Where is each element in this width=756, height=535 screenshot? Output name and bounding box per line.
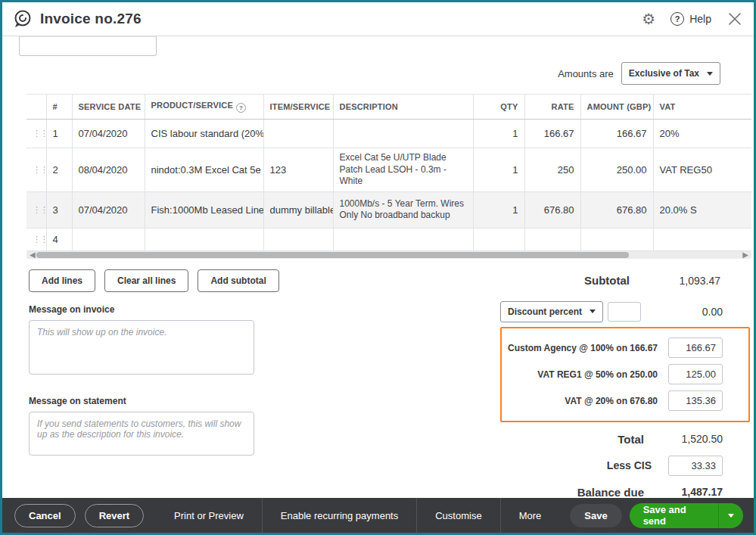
qty-cell[interactable] [473,228,524,250]
table-header-row: # SERVICE DATE PRODUCT/SERVICE? ITEM/SER… [26,95,751,120]
message-on-invoice-input[interactable] [29,320,254,375]
footer-links: Print or Preview Enable recurring paymen… [156,498,559,533]
discount-amount: 0.00 [702,306,750,318]
drag-handle-icon[interactable]: ⋮⋮ [26,191,46,228]
rate-cell[interactable]: 250 [524,148,580,192]
service-date-cell[interactable] [72,228,145,250]
qty-cell[interactable]: 1 [473,191,524,228]
less-cis-input[interactable] [668,456,723,476]
modal-header: Invoice no.276 ⚙ ? Help [2,2,754,36]
row-number: 1 [46,120,72,148]
row-number: 3 [46,191,72,228]
vat-cell[interactable] [653,228,751,250]
item-code-cell[interactable] [263,228,333,250]
table-row: ⋮⋮ 3 07/04/2020 Fish:1000Mb Leased Line … [26,191,751,228]
rate-cell[interactable] [524,228,580,250]
help-question-icon: ? [670,12,684,26]
cancel-button[interactable]: Cancel [14,504,76,527]
amount-cell[interactable]: 250.00 [580,148,653,192]
lower-section: Message on invoice Message on statement … [2,297,754,498]
product-cell[interactable]: nindot:0.3M Excel Cat 5e Cabl [145,148,263,192]
horizontal-scrollbar[interactable]: ◀ ▶ [26,251,751,259]
tax-line: VAT @ 20% on 676.80 [508,389,723,413]
table-row: ⋮⋮ 2 08/04/2020 nindot:0.3M Excel Cat 5e… [26,148,751,192]
row-number: 2 [46,148,72,192]
balance-due-value: 1,487.17 [661,486,723,498]
tax-lines-highlight-box: Custom Agency @ 100% on 166.67 VAT REG1 … [500,327,750,422]
line-items-table: # SERVICE DATE PRODUCT/SERVICE? ITEM/SER… [2,94,754,251]
vat-cell[interactable]: 20.0% S [653,191,751,228]
col-rate: RATE [524,95,580,120]
amount-cell[interactable] [580,228,653,250]
more-link[interactable]: More [500,498,560,533]
clear-all-lines-button[interactable]: Clear all lines [104,269,188,292]
total-row: Total 1,520.50 [500,427,750,452]
save-and-send-button[interactable]: Save and send [630,503,743,528]
item-code-cell[interactable]: 123 [263,148,333,192]
add-subtotal-button[interactable]: Add subtotal [198,269,278,292]
tax-line-amount-input[interactable] [668,364,723,384]
tax-line-label: VAT @ 20% on 676.80 [565,396,658,406]
tax-line-amount-input[interactable] [668,390,723,411]
tax-line-label: Custom Agency @ 100% on 166.67 [508,343,658,353]
drag-handle-icon[interactable]: ⋮⋮ [26,120,46,148]
less-cis-row: Less CIS [500,453,750,478]
top-band [2,36,754,56]
close-icon[interactable] [726,11,743,27]
qty-cell[interactable]: 1 [473,120,524,148]
service-date-cell[interactable]: 07/04/2020 [72,120,145,148]
save-options-dropdown[interactable] [718,503,743,528]
save-button[interactable]: Save [570,504,621,527]
service-date-cell[interactable]: 08/04/2020 [72,148,145,192]
description-cell[interactable] [333,228,473,250]
scroll-left-icon[interactable]: ◀ [30,251,36,259]
print-or-preview-link[interactable]: Print or Preview [156,498,262,533]
tax-line-amount-input[interactable] [668,337,723,358]
col-service-date: SERVICE DATE [72,95,145,120]
gear-icon[interactable]: ⚙ [642,11,655,26]
col-amount: AMOUNT (GBP) [580,95,653,120]
customise-link[interactable]: Customise [416,498,499,533]
tax-mode-select[interactable]: Exclusive of Tax [621,62,720,85]
add-lines-button[interactable]: Add lines [29,269,95,292]
description-cell[interactable] [333,120,473,148]
page-title: Invoice no.276 [40,11,142,27]
vat-cell[interactable]: 20% [653,120,751,148]
description-cell[interactable]: 1000Mb/s - 5 Year Term. Wires Only No br… [333,191,473,228]
help-label: Help [689,13,711,25]
message-on-statement-input[interactable] [29,412,254,456]
drag-handle-icon[interactable]: ⋮⋮ [26,148,46,192]
amount-cell[interactable]: 166.67 [580,120,653,148]
vat-cell[interactable]: VAT REG50 [653,148,751,192]
drag-handle-icon[interactable]: ⋮⋮ [26,228,46,250]
item-code-cell[interactable] [263,120,333,148]
discount-percent-input[interactable] [608,302,641,322]
total-value: 1,520.50 [661,433,723,445]
amounts-are-label: Amounts are [558,68,614,79]
product-help-icon[interactable]: ? [236,103,246,113]
discount-type-select[interactable]: Discount percent [500,301,603,322]
revert-button[interactable]: Revert [85,504,144,527]
service-date-cell[interactable]: 07/04/2020 [72,191,145,228]
product-cell[interactable] [145,228,263,250]
table-row: ⋮⋮ 1 07/04/2020 CIS labour standard (20%… [26,120,751,148]
chevron-down-icon [728,514,734,518]
amount-cell[interactable]: 676.80 [580,191,653,228]
qty-cell[interactable]: 1 [473,148,524,192]
save-and-send-label: Save and send [630,503,718,528]
rate-cell[interactable]: 676.80 [524,191,580,228]
product-cell[interactable]: Fish:1000Mb Leased Line - 5 Y [145,191,263,228]
item-code-cell[interactable]: dummy billable [263,191,333,228]
line-actions-row: Add lines Clear all lines Add subtotal S… [2,259,754,297]
enable-recurring-payments-link[interactable]: Enable recurring payments [262,498,416,533]
scrolled-field-input[interactable] [19,36,157,56]
col-vat: VAT [653,95,751,120]
scrollbar-thumb[interactable] [36,252,629,258]
scroll-right-icon[interactable]: ▶ [742,251,748,259]
description-cell[interactable]: Excel Cat 5e U/UTP Blade Patch Lead LSOH… [333,148,473,192]
help-button[interactable]: ? Help [670,12,711,26]
rate-cell[interactable]: 166.67 [524,120,580,148]
product-cell[interactable]: CIS labour standard (20%) [145,120,263,148]
drag-column-header [26,95,46,120]
invoice-modal: Invoice no.276 ⚙ ? Help Amounts are Excl… [0,0,756,535]
